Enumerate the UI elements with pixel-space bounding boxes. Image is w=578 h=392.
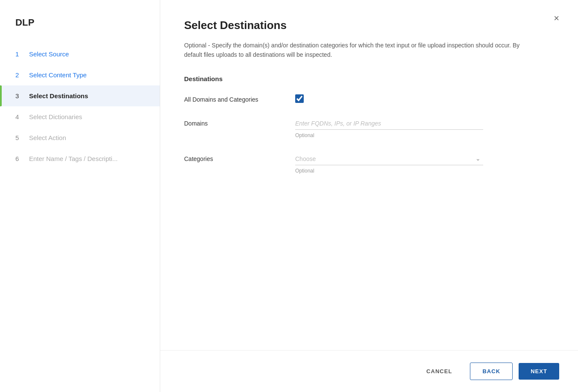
step-label-5: Select Action [29, 134, 66, 141]
step-label-4: Select Dictionaries [29, 113, 82, 120]
domains-optional-label: Optional [295, 132, 554, 138]
sidebar: DLP 1 Select Source 2 Select Content Typ… [0, 0, 160, 392]
close-button[interactable]: × [550, 12, 563, 25]
domains-label: Domains [184, 117, 295, 127]
domains-input[interactable] [295, 117, 483, 130]
step-label-2: Select Content Type [29, 71, 87, 79]
back-button[interactable]: BACK [470, 363, 513, 380]
step-num-2: 2 [15, 71, 23, 79]
step-num-5: 5 [15, 134, 23, 141]
sidebar-item-select-action[interactable]: 5 Select Action [0, 127, 160, 148]
step-num-4: 4 [15, 113, 23, 120]
destinations-section-label: Destinations [184, 75, 554, 82]
domains-control: Optional [295, 117, 554, 138]
step-num-3: 3 [15, 92, 23, 99]
categories-select[interactable]: Choose [295, 152, 483, 165]
footer: CANCEL BACK NEXT [160, 350, 578, 392]
all-domains-row: All Domains and Categories [184, 93, 554, 103]
sidebar-item-enter-name[interactable]: 6 Enter Name / Tags / Descripti... [0, 148, 160, 169]
modal-container: DLP 1 Select Source 2 Select Content Typ… [0, 0, 578, 392]
categories-label: Categories [184, 152, 295, 162]
all-domains-control [295, 93, 554, 103]
sidebar-item-select-content-type[interactable]: 2 Select Content Type [0, 64, 160, 85]
categories-select-wrapper: Choose ⌄ [295, 152, 483, 165]
step-num-6: 6 [15, 155, 23, 162]
domains-row: Domains Optional [184, 117, 554, 138]
next-button[interactable]: NEXT [519, 363, 559, 380]
step-label-1: Select Source [29, 50, 69, 58]
all-domains-label: All Domains and Categories [184, 93, 295, 103]
sidebar-title: DLP [0, 17, 160, 44]
step-label-3: Select Destinations [29, 92, 88, 99]
categories-optional-label: Optional [295, 168, 554, 174]
categories-row: Categories Choose ⌄ Optional [184, 152, 554, 174]
main-content: × Select Destinations Optional - Specify… [160, 0, 578, 392]
page-description: Optional - Specify the domain(s) and/or … [184, 41, 534, 60]
sidebar-item-select-dictionaries[interactable]: 4 Select Dictionaries [0, 106, 160, 127]
sidebar-item-select-destinations[interactable]: 3 Select Destinations [0, 85, 160, 106]
step-label-6: Enter Name / Tags / Descripti... [29, 155, 117, 162]
sidebar-item-select-source[interactable]: 1 Select Source [0, 44, 160, 64]
page-title: Select Destinations [184, 19, 554, 32]
categories-control: Choose ⌄ Optional [295, 152, 554, 174]
all-domains-checkbox[interactable] [295, 94, 304, 103]
step-num-1: 1 [15, 50, 23, 58]
cancel-button[interactable]: CANCEL [414, 363, 464, 380]
sidebar-steps: 1 Select Source 2 Select Content Type 3 … [0, 44, 160, 169]
all-domains-checkbox-wrapper [295, 93, 554, 103]
